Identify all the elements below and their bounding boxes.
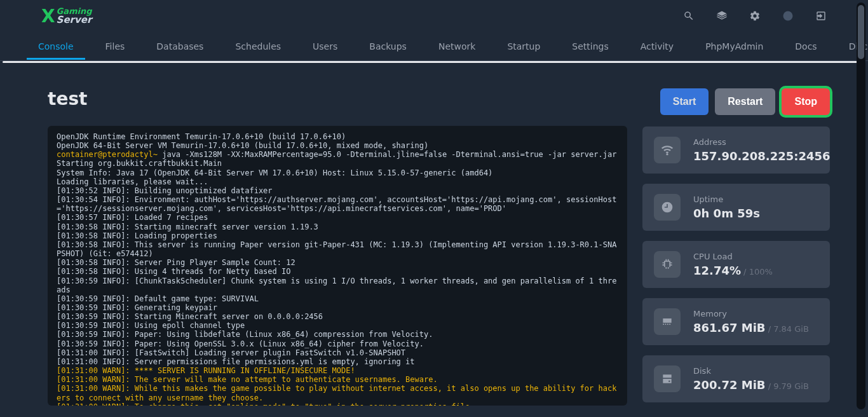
clock-icon [654, 194, 681, 221]
tab-databases[interactable]: Databases [156, 34, 203, 59]
console-line: [01:30:59 INFO]: Default game type: SURV… [57, 294, 618, 303]
console-line: [01:30:59 INFO]: Starting Minecraft serv… [57, 312, 618, 321]
console-line: [01:30:58 INFO]: Server Ping Player Samp… [57, 258, 618, 267]
start-button[interactable]: Start [660, 88, 709, 115]
console-line: [01:31:00 WARN]: While this makes the ga… [57, 384, 618, 402]
settings-icon[interactable] [749, 10, 761, 22]
console-line: [01:30:59 INFO]: Generating keypair [57, 303, 618, 312]
server-name: test [48, 88, 627, 109]
stop-button[interactable]: Stop [782, 88, 830, 115]
restart-button[interactable]: Restart [715, 88, 775, 115]
console-line: [01:30:57 INFO]: Loaded 7 recipes [57, 213, 618, 222]
stat-sub: / 7.84 GiB [766, 324, 809, 334]
svg-point-0 [783, 11, 793, 21]
cpu-icon [654, 251, 681, 278]
stat-label: CPU Load [693, 252, 773, 261]
disk-icon [654, 366, 681, 392]
stat-address: Address157.90.208.225:2456 [642, 126, 830, 174]
stat-label: Address [693, 137, 831, 147]
console-line: Loading libraries, please wait... [57, 177, 618, 186]
console-line: [01:30:59 INFO]: Using epoll channel typ… [57, 321, 618, 330]
console-output[interactable]: OpenJDK Runtime Environment Temurin-17.0… [48, 126, 627, 406]
console-line: [01:30:58 INFO]: Starting minecraft serv… [57, 222, 618, 231]
stat-label: Memory [693, 309, 809, 318]
console-line: [01:31:00 INFO]: [FastSwitch] Loading se… [57, 348, 618, 357]
tab-backups[interactable]: Backups [369, 34, 407, 59]
console-line: System Info: Java 17 (OpenJDK 64-Bit Ser… [57, 168, 618, 177]
search-icon[interactable] [683, 10, 695, 22]
console-line: [01:31:00 WARN]: **** SERVER IS RUNNING … [57, 366, 618, 375]
stat-value: 861.67 MiB [693, 321, 766, 334]
logo-text-bottom: Server [57, 15, 92, 25]
console-line: [01:30:58 INFO]: This server is running … [57, 240, 618, 258]
tab-network[interactable]: Network [438, 34, 475, 59]
tab-activity[interactable]: Activity [641, 34, 674, 59]
tab-users[interactable]: Users [313, 34, 337, 59]
stat-uptime: Uptime0h 0m 59s [642, 184, 830, 231]
tab-startup[interactable]: Startup [507, 34, 540, 59]
console-line: OpenJDK 64-Bit Server VM Temurin-17.0.6+… [57, 141, 618, 150]
tab-schedules[interactable]: Schedules [235, 34, 281, 59]
stat-sub: / 9.79 GiB [766, 381, 809, 391]
tab-console[interactable]: Console [38, 34, 74, 59]
console-line: [01:30:52 INFO]: Building unoptimized da… [57, 186, 618, 195]
stat-cpu: CPU Load12.74% / 100% [642, 241, 830, 288]
memory-icon [654, 308, 681, 335]
console-line: container@pterodactyl~ java -Xms128M -XX… [57, 150, 618, 159]
stat-value: 157.90.208.225:2456 [693, 149, 831, 163]
stat-label: Disk [693, 366, 809, 376]
console-line: [01:30:58 INFO]: Using 4 threads for Net… [57, 267, 618, 276]
logo-mark: X [41, 6, 54, 27]
stat-memory: Memory861.67 MiB / 7.84 GiB [642, 298, 830, 345]
console-line: [01:31:00 WARN]: The server will make no… [57, 375, 618, 384]
console-line: [01:30:59 INFO]: Paper: Using libdeflate… [57, 330, 618, 339]
page-scrollbar[interactable] [857, 3, 865, 409]
layers-icon[interactable] [716, 10, 728, 22]
console-line: [01:30:58 INFO]: Loading properties [57, 231, 618, 240]
console-line: [01:30:59 INFO]: Paper: Using OpenSSL 3.… [57, 339, 618, 348]
console-line: [01:31:00 WARN]: To change this, set "on… [57, 402, 618, 406]
stat-label: Uptime [693, 195, 760, 204]
scroll-thumb[interactable] [858, 5, 864, 59]
stat-disk: Disk200.72 MiB / 9.79 GiB [642, 355, 830, 402]
stat-value: 12.74% [693, 264, 741, 277]
globe-icon[interactable] [782, 10, 794, 22]
console-line: [01:30:59 INFO]: [ChunkTaskScheduler] Ch… [57, 277, 618, 294]
tab-phpmyadmin[interactable]: PhpMyAdmin [705, 34, 763, 59]
nav-tabs: ConsoleFilesDatabasesSchedulesUsersBacku… [0, 32, 868, 61]
wifi-icon [654, 137, 681, 163]
tab-files[interactable]: Files [105, 34, 125, 59]
console-line: OpenJDK Runtime Environment Temurin-17.0… [57, 132, 618, 141]
stat-value: 0h 0m 59s [693, 207, 760, 220]
tab-settings[interactable]: Settings [572, 34, 608, 59]
logo[interactable]: X Gaming Server [41, 6, 92, 27]
stat-value: 200.72 MiB [693, 378, 766, 392]
console-line: [01:31:00 INFO]: Server permissions file… [57, 357, 618, 366]
console-line: [01:30:54 INFO]: Environment: authHost='… [57, 195, 618, 213]
logout-icon[interactable] [815, 10, 827, 22]
stat-sub: / 100% [741, 267, 773, 277]
console-line: Starting org.bukkit.craftbukkit.Main [57, 159, 618, 168]
tab-docs[interactable]: Docs [795, 34, 817, 59]
